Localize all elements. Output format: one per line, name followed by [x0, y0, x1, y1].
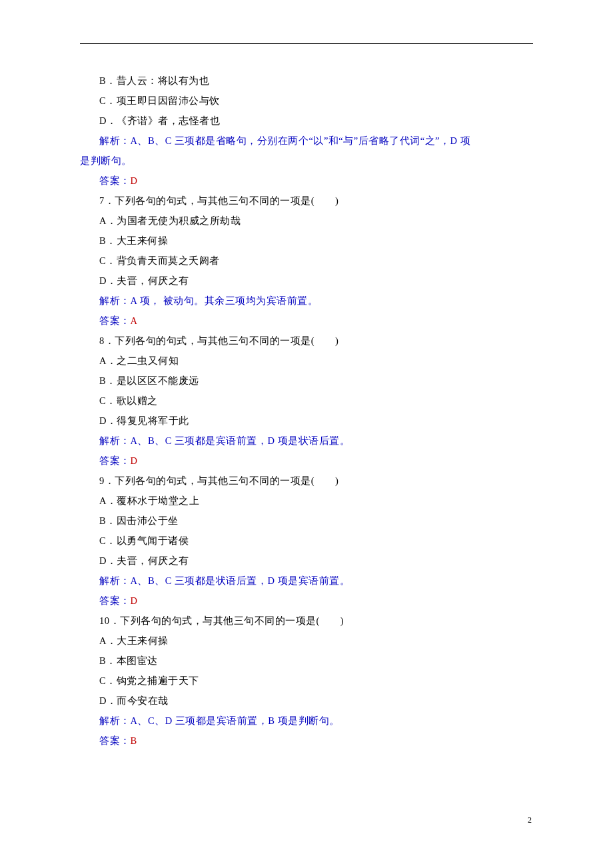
text-line: 答案：B [80, 731, 533, 751]
question-text: 8．下列各句的句式，与其他三句不同的一项是( ) [99, 335, 338, 346]
option-text: C．以勇气闻于诸侯 [99, 535, 189, 546]
option-text: A．大王来何操 [99, 635, 169, 646]
top-divider [80, 43, 533, 44]
text-line: B．是以区区不能废远 [80, 371, 533, 391]
text-line: B．本图宦达 [80, 651, 533, 671]
text-line: 答案：A [80, 311, 533, 331]
option-text: A．之二虫又何知 [99, 355, 179, 366]
text-line: B．大王来何操 [80, 231, 533, 251]
text-line: 答案：D [80, 591, 533, 611]
text-line: A．为国者无使为积威之所劫哉 [80, 211, 533, 231]
option-text: D．夫晋，何厌之有 [99, 275, 189, 286]
text-line: 解析：A、B、C 三项都是省略句，分别在两个“以”和“与”后省略了代词“之”，D… [80, 131, 533, 151]
explanation-label: 解析： [99, 575, 131, 586]
explanation-text: A、B、C 三项都是宾语前置，D 项是状语后置。 [131, 435, 350, 446]
text-line: B．因击沛公于坐 [80, 511, 533, 531]
page-number: 2 [528, 815, 532, 825]
text-line: D．夫晋，何厌之有 [80, 551, 533, 571]
text-line: C．项王即日因留沛公与饮 [80, 91, 533, 111]
text-line: 9．下列各句的句式，与其他三句不同的一项是( ) [80, 471, 533, 491]
text-line: 是判断句。 [80, 151, 533, 171]
text-line: D．得复见将军于此 [80, 411, 533, 431]
explanation-text: 是判断句。 [80, 155, 132, 166]
option-text: C．钩党之捕遍于天下 [99, 675, 199, 686]
explanation-text: A、C、D 三项都是宾语前置，B 项是判断句。 [131, 715, 340, 726]
answer-label: 答案： [99, 735, 131, 746]
explanation-text: A 项， 被动句。其余三项均为宾语前置。 [131, 295, 318, 306]
text-line: A．大王来何操 [80, 631, 533, 651]
explanation-label: 解析： [99, 295, 131, 306]
option-text: C．歌以赠之 [99, 395, 158, 406]
option-text: A．覆杯水于坳堂之上 [99, 495, 199, 506]
option-text: D．《齐谐》者，志怪者也 [99, 115, 220, 126]
text-line: C．以勇气闻于诸侯 [80, 531, 533, 551]
text-line: 8．下列各句的句式，与其他三句不同的一项是( ) [80, 331, 533, 351]
question-text: 10．下列各句的句式，与其他三句不同的一项是( ) [99, 615, 344, 626]
answer-value: A [131, 315, 138, 326]
text-line: A．之二虫又何知 [80, 351, 533, 371]
text-line: 答案：D [80, 171, 533, 191]
explanation-label: 解析： [99, 435, 131, 446]
text-line: 解析：A 项， 被动句。其余三项均为宾语前置。 [80, 291, 533, 311]
text-line: 10．下列各句的句式，与其他三句不同的一项是( ) [80, 611, 533, 631]
text-line: 7．下列各句的句式，与其他三句不同的一项是( ) [80, 191, 533, 211]
option-text: B．因击沛公于坐 [99, 515, 179, 526]
text-line: D．而今安在哉 [80, 691, 533, 711]
text-line: 解析：A、C、D 三项都是宾语前置，B 项是判断句。 [80, 711, 533, 731]
question-text: 9．下列各句的句式，与其他三句不同的一项是( ) [99, 475, 338, 486]
explanation-label: 解析： [99, 135, 131, 146]
answer-value: B [131, 735, 137, 746]
question-text: 7．下列各句的句式，与其他三句不同的一项是( ) [99, 195, 338, 206]
body-text: B．昔人云：将以有为也C．项王即日因留沛公与饮D．《齐谐》者，志怪者也解析：A、… [80, 71, 533, 751]
option-text: D．夫晋，何厌之有 [99, 555, 189, 566]
answer-value: D [131, 455, 138, 466]
option-text: B．大王来何操 [99, 235, 168, 246]
text-line: 解析：A、B、C 三项都是宾语前置，D 项是状语后置。 [80, 431, 533, 451]
text-line: C．钩党之捕遍于天下 [80, 671, 533, 691]
text-line: B．昔人云：将以有为也 [80, 71, 533, 91]
option-text: A．为国者无使为积威之所劫哉 [99, 215, 241, 226]
text-line: 解析：A、B、C 三项都是状语后置，D 项是宾语前置。 [80, 571, 533, 591]
answer-value: D [131, 595, 138, 606]
explanation-label: 解析： [99, 715, 131, 726]
answer-label: 答案： [99, 455, 131, 466]
text-line: C．背负青天而莫之夭阏者 [80, 251, 533, 271]
option-text: D．得复见将军于此 [99, 415, 189, 426]
text-line: C．歌以赠之 [80, 391, 533, 411]
answer-label: 答案： [99, 175, 131, 186]
text-line: D．《齐谐》者，志怪者也 [80, 111, 533, 131]
document-page: B．昔人云：将以有为也C．项王即日因留沛公与饮D．《齐谐》者，志怪者也解析：A、… [0, 0, 613, 751]
option-text: B．是以区区不能废远 [99, 375, 199, 386]
option-text: D．而今安在哉 [99, 695, 169, 706]
answer-label: 答案： [99, 315, 131, 326]
option-text: C．项王即日因留沛公与饮 [99, 95, 220, 106]
answer-value: D [131, 175, 138, 186]
text-line: A．覆杯水于坳堂之上 [80, 491, 533, 511]
option-text: B．本图宦达 [99, 655, 158, 666]
text-line: 答案：D [80, 451, 533, 471]
explanation-text: A、B、C 三项都是状语后置，D 项是宾语前置。 [131, 575, 350, 586]
text-line: D．夫晋，何厌之有 [80, 271, 533, 291]
option-text: C．背负青天而莫之夭阏者 [99, 255, 220, 266]
option-text: B．昔人云：将以有为也 [99, 75, 209, 86]
explanation-text: A、B、C 三项都是省略句，分别在两个“以”和“与”后省略了代词“之”，D 项 [131, 135, 471, 146]
answer-label: 答案： [99, 595, 131, 606]
